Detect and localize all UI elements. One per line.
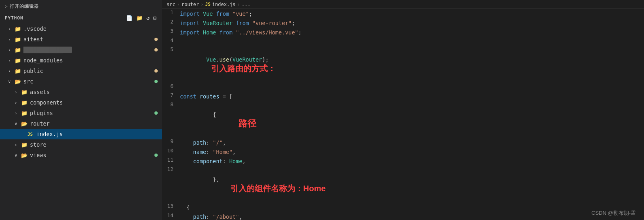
status-dot [154,154,158,157]
sidebar-item-indexjs[interactable]: JS index.js [0,129,162,139]
code-line-11: 11 component: Home, [162,156,644,166]
line-number: 11 [162,156,180,163]
breadcrumb-ellipsis: ... [242,2,251,7]
folder-icon: 📁 [15,58,22,64]
sidebar-item-label: assets [30,89,50,95]
sidebar-header: ▷ 打开的编辑器 [0,0,162,13]
status-dot [154,111,158,115]
line-number: 3 [162,28,180,34]
line-content: path: "/", [180,138,644,147]
watermark: CSDN @勒布朗-孟 [591,209,636,217]
sidebar-item-store[interactable]: › 📁 store [0,139,162,150]
chevron-right-icon: › [8,58,15,63]
sidebar-item-label: plugins [30,110,53,116]
code-line-12: 12 }, 引入的组件名称为：Home [162,166,644,203]
code-line-4: 4 [162,37,644,46]
annotation-line12: 引入的组件名称为：Home [230,184,326,193]
sidebar-item-assets[interactable]: › 📁 assets [0,87,162,97]
line-number: 12 [162,166,180,172]
sidebar-item-components[interactable]: › 📁 components [0,97,162,108]
sidebar-item-label: router [30,120,50,127]
sidebar-item-label: views [30,152,46,158]
sidebar-toolbar: 📄 📁 ↺ ⊟ [126,15,157,21]
breadcrumb: src › router › JS index.js › ... [162,0,644,9]
code-line-14: 14 path: "/about", [162,212,644,220]
chevron-right-icon: ▷ [5,4,8,9]
line-content: Vue.use(VueRouter); 引入路由的方式： [180,46,644,83]
line-content: import Home from "../views/Home.vue"; [180,28,644,37]
sidebar-item-label: public [23,68,43,74]
line-content [180,83,644,83]
annotation-line8: 路径 [239,118,256,128]
sidebar-item-label: aitest [23,36,43,43]
breadcrumb-file: index.js [212,2,236,7]
line-number: 7 [162,92,180,98]
line-content: name: "Home", [180,147,644,156]
line-number: 9 [162,138,180,144]
code-line-5: 5 Vue.use(VueRouter); 引入路由的方式： [162,46,644,83]
code-line-1: 1 import Vue from "vue"; [162,9,644,18]
sidebar-item-vscode[interactable]: › 📁 .vscode [0,23,162,34]
sidebar-item-public[interactable]: › 📁 public [0,66,162,76]
sidebar-item-views[interactable]: ∨ 📂 views [0,150,162,160]
chevron-down-icon: ∨ [15,153,21,158]
code-line-7: 7 const routes = [ [162,92,644,101]
line-number: 13 [162,203,180,209]
folder-icon: 📁 [15,68,22,74]
line-number: 6 [162,83,180,89]
sidebar-item-blurred[interactable]: › 📁 ████████████ [0,45,162,55]
folder-open-icon: 📂 [15,79,22,85]
line-content: const routes = [ [180,92,644,101]
sidebar-item-node-modules[interactable]: › 📁 node_modules [0,55,162,66]
line-content: import VueRouter from "vue-router"; [180,18,644,28]
sidebar-item-label: src [23,78,33,85]
code-line-10: 10 name: "Home", [162,147,644,156]
sidebar: ▷ 打开的编辑器 PYTHON 📄 📁 ↺ ⊟ › 📁 .vscode › 📁 … [0,0,162,220]
line-number: 14 [162,212,180,218]
breadcrumb-router: router [182,2,199,7]
line-number: 1 [162,9,180,15]
line-content [180,37,644,37]
chevron-right-icon: › [15,111,21,116]
folder-icon: 📁 [15,26,22,32]
refresh-icon[interactable]: ↺ [146,15,150,21]
folder-open-icon: 📂 [21,121,28,127]
folder-icon: 📁 [15,47,22,53]
chevron-right-icon: › [15,100,21,105]
collapse-icon[interactable]: ⊟ [153,15,157,21]
code-line-8: 8 { 路径 [162,101,644,138]
new-folder-icon[interactable]: 📁 [136,15,143,21]
chevron-right-icon: › [8,26,15,32]
status-dot [154,69,158,73]
line-number: 4 [162,37,180,43]
folder-icon: 📁 [21,89,28,95]
open-editors-title: 打开的编辑器 [10,3,39,9]
code-line-2: 2 import VueRouter from "vue-router"; [162,18,644,28]
status-dot [154,38,158,41]
line-number: 10 [162,147,180,154]
folder-icon: 📁 [21,110,28,116]
line-content: path: "/about", [180,212,644,220]
line-content: { 路径 [180,101,644,138]
file-tree: › 📁 .vscode › 📁 aitest › 📁 ████████████ … [0,23,162,160]
section-label: PYTHON [5,15,23,21]
folder-icon: 📁 [21,100,28,106]
code-line-9: 9 path: "/", [162,138,644,147]
breadcrumb-js-icon: JS [205,2,211,7]
breadcrumb-sep2: › [201,2,203,7]
sidebar-item-router[interactable]: ∨ 📂 router [0,118,162,129]
breadcrumb-sep3: › [237,2,240,7]
sidebar-item-plugins[interactable]: › 📁 plugins [0,108,162,118]
sidebar-item-src[interactable]: ∨ 📂 src [0,76,162,87]
line-number: 2 [162,18,180,25]
line-number: 5 [162,46,180,52]
new-file-icon[interactable]: 📄 [126,15,133,21]
chevron-right-icon: › [8,37,15,42]
status-dot [154,80,158,83]
annotation-line5: 引入路由的方式： [211,64,276,73]
sidebar-item-label: store [30,141,46,148]
line-content: }, 引入的组件名称为：Home [180,166,644,203]
folder-open-icon: 📂 [21,152,28,158]
sidebar-item-aitest[interactable]: › 📁 aitest [0,34,162,45]
editor-main: src › router › JS index.js › ... 1 impor… [162,0,644,220]
